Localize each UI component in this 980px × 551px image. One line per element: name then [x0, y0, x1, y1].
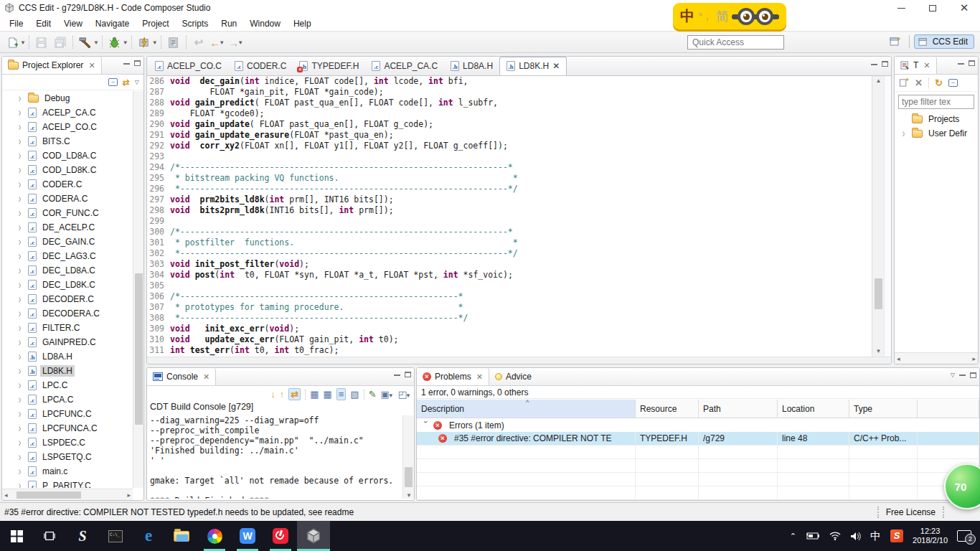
word-wrap-toggle-icon[interactable]: ≡ — [336, 388, 347, 400]
column-header-resource[interactable]: Resource — [636, 400, 699, 418]
project-tree-vscrollbar[interactable] — [133, 91, 143, 488]
expander-chevron-icon[interactable]: › — [19, 393, 28, 406]
menu-navigate[interactable]: Navigate — [89, 17, 136, 31]
flash-toolbar-icon[interactable] — [136, 34, 153, 50]
target-item-projects[interactable]: Projects — [895, 112, 978, 126]
expander-chevron-icon[interactable]: › — [19, 221, 28, 234]
column-header-description[interactable]: Description — [417, 400, 636, 418]
open-perspective-icon[interactable] — [887, 34, 904, 50]
tray-expand-icon[interactable]: ⌃ — [790, 532, 796, 541]
tree-item-dec_ld8k.c[interactable]: ›.cDEC_LD8K.C — [2, 278, 133, 292]
menu-scripts[interactable]: Scripts — [176, 17, 215, 31]
forward-toolbar-icon[interactable]: →▼ — [227, 34, 245, 50]
collapse-all-icon[interactable]: − — [948, 79, 958, 87]
expander-chevron-icon[interactable]: › — [903, 127, 912, 140]
editor-tab-ld8k.h[interactable]: .hLD8K.H✕ — [499, 57, 567, 75]
save-toolbar-icon[interactable] — [33, 34, 50, 50]
quick-access-input[interactable] — [687, 35, 784, 50]
expander-chevron-icon[interactable]: › — [19, 121, 28, 133]
minimize-view-icon[interactable] — [959, 374, 966, 376]
expander-chevron-icon[interactable]: › — [19, 451, 28, 463]
taskbar-app-terminal[interactable]: C:\_ — [99, 521, 132, 551]
close-view-icon[interactable]: ✕ — [203, 372, 209, 382]
expander-chevron-icon[interactable]: › — [19, 479, 28, 488]
minimize-button[interactable] — [885, 0, 917, 16]
tree-item-dec_lag3.c[interactable]: ›.cDEC_LAG3.C — [2, 249, 133, 263]
view-menu-icon[interactable]: ▽ — [951, 372, 955, 378]
target-item-user-defir[interactable]: ›User Defir — [895, 126, 978, 141]
tree-item-acelp_ca.c[interactable]: ›.cACELP_CA.C — [2, 105, 133, 120]
tree-item-acelp_co.c[interactable]: ›.cACELP_CO.C — [2, 120, 133, 134]
type-filter-input[interactable] — [898, 95, 974, 109]
save-all-toolbar-icon[interactable] — [52, 34, 69, 50]
maximize-view-icon[interactable] — [134, 60, 141, 66]
scroll-up-icon[interactable]: ↑ — [280, 389, 285, 400]
editor-tab-coder.c[interactable]: .cCODER.C — [228, 57, 293, 75]
expander-chevron-icon[interactable]: › — [19, 408, 28, 420]
tree-item-cor_func.c[interactable]: ›.cCOR_FUNC.C — [2, 206, 133, 220]
show-console-when-stderr-icon[interactable]: ▦ — [323, 389, 331, 400]
tree-item-filter.c[interactable]: ›.cFILTER.C — [2, 321, 133, 335]
menu-edit[interactable]: Edit — [29, 17, 57, 31]
editor-vscrollbar[interactable]: ▲ ▼ — [872, 76, 884, 357]
debug-toolbar-icon[interactable] — [106, 34, 123, 50]
sogou-input-icon[interactable]: S — [890, 529, 903, 542]
tree-item-decodera.c[interactable]: ›.cDECODERA.C — [2, 306, 133, 321]
tree-item-dec_gain.c[interactable]: ›.cDEC_GAIN.C — [2, 235, 133, 249]
console-vscrollbar[interactable]: ▼ — [402, 415, 414, 499]
delete-icon[interactable]: ✕ — [915, 77, 923, 88]
tab-close-icon[interactable]: ✕ — [552, 61, 560, 71]
tree-item-cod_ld8a.c[interactable]: ›.cCOD_LD8A.C — [2, 149, 133, 163]
display-console-icon[interactable]: ▣▼ — [381, 389, 394, 400]
editor-maximize-icon[interactable] — [882, 61, 888, 67]
column-header-type[interactable]: Type — [849, 400, 918, 418]
new-toolbar-icon[interactable] — [4, 34, 21, 50]
license-status[interactable]: Free License — [886, 507, 936, 517]
tree-item-decoder.c[interactable]: ›.cDECODER.C — [2, 292, 133, 306]
taskbar-app-start[interactable] — [0, 521, 33, 551]
tree-item-codera.c[interactable]: ›.cCODERA.C — [2, 192, 133, 206]
column-header-location[interactable]: Location — [778, 400, 849, 418]
expander-chevron-icon[interactable]: › — [19, 278, 28, 291]
menu-file[interactable]: File — [3, 17, 29, 31]
project-tree-hscrollbar[interactable]: ◂▸ — [2, 489, 133, 500]
tree-item-lpcfunca.c[interactable]: ›.cLPCFUNCA.C — [2, 421, 133, 435]
expander-chevron-icon[interactable]: › — [19, 422, 28, 435]
expander-chevron-icon[interactable]: › — [19, 164, 28, 176]
menu-window[interactable]: Window — [243, 17, 287, 31]
expander-chevron-icon[interactable]: › — [19, 465, 28, 478]
tree-item-lpcfunc.c[interactable]: ›.cLPCFUNC.C — [2, 407, 133, 421]
target-panel-hscrollbar[interactable]: ◂▸ — [895, 352, 978, 364]
dropdown-arrow-icon[interactable]: ▼ — [152, 39, 158, 46]
tab-problems[interactable]: × Problems ✕ — [417, 368, 489, 385]
menu-project[interactable]: Project — [136, 17, 175, 31]
tree-item-coder.c[interactable]: ›.cCODER.C — [2, 177, 133, 192]
tab-console[interactable]: Console ✕ — [147, 368, 216, 385]
problem-error-row[interactable]: ×#35 #error directive: COMPILER NOT TETY… — [417, 432, 979, 446]
editor-minimize-icon[interactable] — [871, 63, 877, 65]
expander-chevron-icon[interactable]: › — [19, 235, 28, 248]
expander-chevron-icon[interactable]: › — [19, 307, 28, 320]
maximize-view-icon[interactable] — [405, 372, 411, 377]
maximize-view-icon[interactable] — [969, 60, 975, 66]
view-menu-icon[interactable]: ▽ — [135, 79, 139, 85]
expander-chevron-icon[interactable]: › — [19, 149, 28, 162]
expander-chevron-icon[interactable]: › — [19, 135, 28, 148]
editor-tab-typedef.h[interactable]: .h×TYPEDEF.H — [293, 57, 365, 75]
expander-chevron-icon[interactable]: › — [19, 336, 28, 349]
show-console-when-stdout-icon[interactable]: ▦ — [310, 389, 319, 400]
expander-chevron-icon[interactable]: › — [19, 106, 28, 119]
tree-item-lpca.c[interactable]: ›.cLPCA.C — [2, 392, 133, 407]
maximize-button[interactable] — [917, 0, 948, 16]
action-center-icon[interactable]: 2 — [957, 530, 971, 542]
ime-lang-indicator[interactable]: 中 — [680, 6, 694, 26]
dropdown-arrow-icon[interactable]: ▼ — [93, 39, 99, 46]
expander-chevron-icon[interactable]: › — [19, 192, 28, 205]
tree-item-ld8k.h[interactable]: ›.hLD8K.H — [2, 364, 133, 378]
expander-chevron-icon[interactable]: › — [19, 178, 28, 191]
taskbar-app-edge[interactable]: e — [132, 521, 165, 551]
expander-chevron-icon[interactable]: › — [19, 350, 28, 363]
expander-chevron-icon[interactable]: › — [19, 364, 28, 377]
ime-minion-goggles-icon[interactable] — [733, 7, 778, 26]
tree-item-lspgetq.c[interactable]: ›.cLSPGETQ.C — [2, 450, 133, 464]
